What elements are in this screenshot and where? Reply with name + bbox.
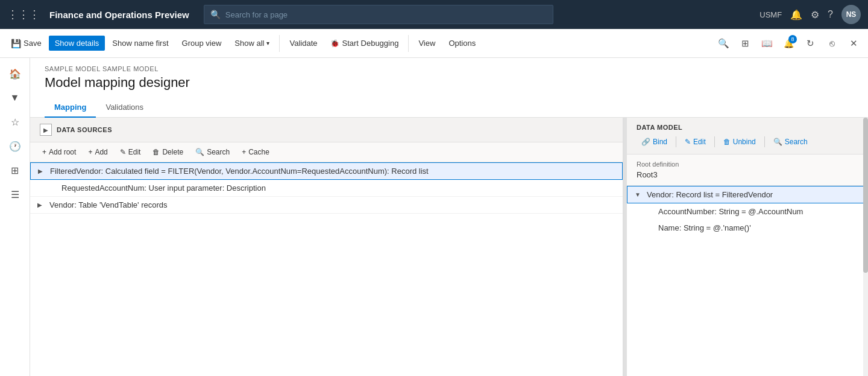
breadcrumb: SAMPLE MODEL SAMPLE MODEL bbox=[45, 65, 854, 72]
toolbar-badge-button[interactable]: 🔔 8 bbox=[779, 34, 798, 53]
tab-mapping[interactable]: Mapping bbox=[45, 98, 96, 118]
avatar[interactable]: NS bbox=[841, 5, 861, 24]
dm-search-icon: 🔍 bbox=[773, 138, 782, 146]
grid-icon[interactable]: ⋮⋮⋮ bbox=[7, 8, 40, 21]
panel-collapse-button[interactable]: ▶ bbox=[40, 124, 52, 136]
dm-edit-button[interactable]: ✎ Edit bbox=[680, 136, 711, 148]
add-root-icon: + bbox=[42, 148, 46, 156]
root-definition-section: Root definition Root3 bbox=[627, 155, 868, 186]
data-model-toolbar: 🔗 Bind ✎ Edit 🗑 Unbind bbox=[637, 136, 858, 148]
rp-sep-3 bbox=[764, 136, 765, 147]
data-sources-content: ▶ FilteredVendor: Calculated field = FIL… bbox=[30, 162, 623, 376]
search-input[interactable] bbox=[225, 10, 547, 19]
toolbar-bookmark-icon[interactable]: 📖 bbox=[757, 34, 776, 53]
edit-button[interactable]: ✎ Edit bbox=[115, 146, 146, 158]
data-sources-toolbar: + Add root + Add ✎ Edit 🗑 Delete bbox=[30, 142, 623, 162]
edit-icon: ✎ bbox=[120, 148, 126, 156]
data-model-panel: DATA MODEL 🔗 Bind ✎ Edit 🗑 bbox=[627, 118, 868, 376]
bind-icon: 🔗 bbox=[641, 138, 650, 146]
dm-edit-icon: ✎ bbox=[685, 138, 691, 146]
add-icon: + bbox=[88, 148, 92, 156]
tree-item-filtered-vendor[interactable]: ▶ FilteredVendor: Calculated field = FIL… bbox=[30, 162, 623, 180]
toolbar-separator-2 bbox=[408, 35, 409, 52]
chevron-icon: ▶ bbox=[38, 168, 46, 174]
sidebar-recent-icon[interactable]: 🕐 bbox=[4, 135, 26, 157]
search-ds-icon: 🔍 bbox=[195, 148, 204, 156]
dm-tree-item-account-number[interactable]: AccountNumber: String = @.AccountNum bbox=[627, 203, 868, 220]
data-model-content: ▼ Vendor: Record list = FilteredVendor A… bbox=[627, 186, 868, 376]
dm-search-button[interactable]: 🔍 Search bbox=[769, 136, 813, 148]
content-area: SAMPLE MODEL SAMPLE MODEL Model mapping … bbox=[30, 58, 868, 376]
designer-area: ▶ DATA SOURCES + Add root + Add ✎ Edit bbox=[30, 118, 868, 376]
show-name-button[interactable]: Show name first bbox=[106, 36, 174, 51]
data-sources-panel: ▶ DATA SOURCES + Add root + Add ✎ Edit bbox=[30, 118, 623, 376]
rp-sep-1 bbox=[676, 136, 676, 147]
left-sidebar: 🏠 ▼ ☆ 🕐 ⊞ ☰ bbox=[0, 58, 30, 376]
options-button[interactable]: Options bbox=[442, 36, 482, 51]
notification-icon[interactable]: 🔔 bbox=[790, 9, 802, 21]
main-layout: 🏠 ▼ ☆ 🕐 ⊞ ☰ SAMPLE MODEL SAMPLE MODEL Mo… bbox=[0, 58, 868, 376]
page-title: Model mapping designer bbox=[45, 75, 854, 91]
usmf-label[interactable]: USMF bbox=[760, 10, 782, 19]
search-icon: 🔍 bbox=[210, 10, 221, 19]
add-button[interactable]: + Add bbox=[83, 146, 112, 158]
app-title: Finance and Operations Preview bbox=[49, 10, 189, 20]
root-def-label: Root definition bbox=[637, 161, 858, 168]
page-tabs: Mapping Validations bbox=[45, 98, 854, 117]
data-sources-title: DATA SOURCES bbox=[57, 126, 112, 133]
sidebar-favorites-icon[interactable]: ☆ bbox=[4, 111, 26, 133]
delete-icon: 🗑 bbox=[153, 148, 160, 156]
search-button[interactable]: 🔍 Search bbox=[190, 146, 234, 158]
chevron-icon-3: ▶ bbox=[37, 202, 46, 208]
save-icon: 💾 bbox=[11, 39, 21, 48]
view-button[interactable]: View bbox=[412, 36, 441, 51]
delete-button[interactable]: 🗑 Delete bbox=[148, 146, 188, 158]
start-debugging-button[interactable]: 🐞 Start Debugging bbox=[324, 36, 404, 51]
toolbar-right: 🔍 ⊞ 📖 🔔 8 ↻ ⎋ ✕ bbox=[714, 34, 863, 53]
root-def-value: Root3 bbox=[637, 170, 858, 179]
cache-button[interactable]: + Cache bbox=[237, 146, 274, 158]
show-details-button[interactable]: Show details bbox=[49, 36, 105, 51]
toolbar-close-icon[interactable]: ✕ bbox=[844, 34, 863, 53]
tree-item-vendor[interactable]: ▶ Vendor: Table 'VendTable' records bbox=[30, 197, 623, 214]
toolbar-popout-icon[interactable]: ⎋ bbox=[822, 34, 841, 53]
toolbar-separator-1 bbox=[279, 35, 280, 52]
top-nav-right: USMF 🔔 ⚙ ? NS bbox=[760, 5, 861, 24]
dm-chevron-1: ▼ bbox=[635, 191, 643, 198]
badge-count: 8 bbox=[788, 35, 797, 43]
bind-button[interactable]: 🔗 Bind bbox=[637, 136, 672, 148]
sidebar-list-icon[interactable]: ☰ bbox=[4, 183, 26, 205]
dm-tree-item-vendor-record[interactable]: ▼ Vendor: Record list = FilteredVendor bbox=[627, 186, 868, 203]
data-model-header: DATA MODEL 🔗 Bind ✎ Edit 🗑 bbox=[627, 118, 868, 155]
search-bar[interactable]: 🔍 bbox=[204, 5, 553, 24]
top-nav: ⋮⋮⋮ Finance and Operations Preview 🔍 USM… bbox=[0, 0, 868, 29]
data-sources-header: ▶ DATA SOURCES bbox=[30, 118, 623, 142]
right-scrollbar[interactable] bbox=[863, 118, 868, 376]
save-button[interactable]: 💾 Save bbox=[5, 36, 48, 51]
unbind-icon: 🗑 bbox=[723, 138, 731, 146]
settings-icon[interactable]: ⚙ bbox=[811, 9, 819, 21]
unbind-button[interactable]: 🗑 Unbind bbox=[719, 136, 761, 148]
toolbar-connect-icon[interactable]: ⊞ bbox=[735, 34, 755, 53]
sidebar-grid-icon[interactable]: ⊞ bbox=[4, 159, 26, 181]
help-icon[interactable]: ? bbox=[828, 9, 833, 20]
sidebar-filter-icon[interactable]: ▼ bbox=[4, 87, 26, 109]
right-scrollbar-thumb bbox=[863, 118, 868, 273]
validate-button[interactable]: Validate bbox=[283, 36, 323, 51]
rp-sep-2 bbox=[714, 136, 715, 147]
sidebar-home-icon[interactable]: 🏠 bbox=[4, 63, 26, 84]
dm-tree-item-name[interactable]: Name: String = @.'name()' bbox=[627, 220, 868, 236]
show-all-button[interactable]: Show all bbox=[228, 36, 275, 51]
debug-icon: 🐞 bbox=[330, 39, 339, 48]
data-model-title: DATA MODEL bbox=[637, 124, 858, 131]
group-view-button[interactable]: Group view bbox=[176, 36, 228, 51]
toolbar-search-button[interactable]: 🔍 bbox=[714, 34, 733, 53]
toolbar: 💾 Save Show details Show name first Grou… bbox=[0, 29, 868, 58]
tree-item-requested-account[interactable]: RequestedAccountNum: User input paramete… bbox=[30, 180, 623, 197]
tab-validations[interactable]: Validations bbox=[96, 98, 153, 118]
add-root-button[interactable]: + Add root bbox=[37, 146, 81, 158]
page-header: SAMPLE MODEL SAMPLE MODEL Model mapping … bbox=[30, 58, 868, 118]
toolbar-refresh-icon[interactable]: ↻ bbox=[800, 34, 820, 53]
cache-icon: + bbox=[242, 148, 246, 156]
